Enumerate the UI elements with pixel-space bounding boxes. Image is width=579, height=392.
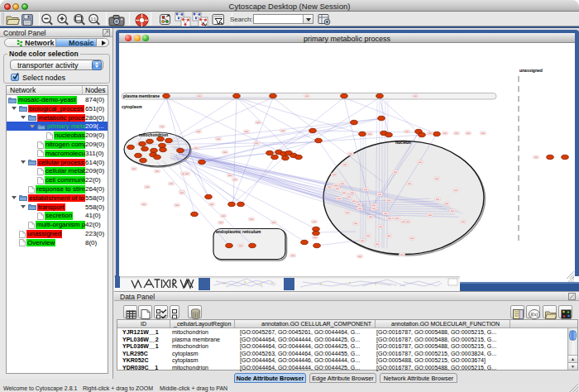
svg-text:1:1: 1:1 (91, 17, 97, 22)
svg-text:unassigned: unassigned (519, 68, 543, 73)
svg-text:nucleus: nucleus (395, 140, 411, 145)
svg-text:cytoplasm: cytoplasm (122, 104, 142, 109)
svg-text:f(x): f(x) (530, 311, 538, 318)
svg-text:mitochondrion: mitochondrion (139, 132, 168, 137)
svg-text:endoplasmic reticulum: endoplasmic reticulum (216, 229, 261, 234)
svg-text:plasma membrane: plasma membrane (123, 93, 160, 98)
